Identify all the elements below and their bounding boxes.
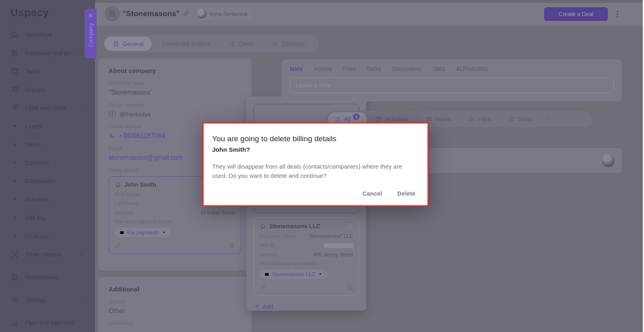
modal-title: You are going to delete billing details <box>212 134 416 143</box>
sidebar-item-contacts[interactable]: Contacts <box>0 154 95 172</box>
composer-tab-note[interactable]: Note <box>290 66 303 72</box>
timeline-avatar <box>602 154 615 167</box>
create-deal-button[interactable]: Create a Deal <box>544 7 608 21</box>
sidebar-item-call-log[interactable]: Call log <box>0 208 95 227</box>
sidebar-item-newsfeed[interactable]: Newsfeed <box>0 25 95 44</box>
note-input[interactable] <box>290 77 614 93</box>
card-icon <box>120 230 124 235</box>
phone-value[interactable]: +380961187064 <box>119 132 165 140</box>
sidebar-item-companies[interactable]: Companies <box>0 172 95 190</box>
tab-deals[interactable]: Deals <box>221 37 262 51</box>
filter-tasks[interactable]: Tasks <box>500 112 542 126</box>
deal-hand-icon <box>229 41 235 47</box>
sidebar-item-tasks[interactable]: Tasks <box>0 62 95 80</box>
close-icon[interactable]: ✕ <box>88 12 93 19</box>
modal-subject: John Smith? <box>212 146 416 153</box>
vat-id-redacted <box>324 243 353 248</box>
uspacy-logo[interactable]: Uspacy <box>0 0 95 19</box>
tab-general[interactable]: General <box>105 37 152 51</box>
users-icon <box>10 85 19 94</box>
comments-label: Comments <box>109 321 241 326</box>
facebook-icon[interactable]: f <box>109 111 116 118</box>
composer-tab-tasks[interactable]: Tasks <box>366 66 381 72</box>
sidebar-item-company-and-people[interactable]: Company and pe... <box>0 44 95 62</box>
bullet-icon <box>10 125 19 127</box>
sidebar-item-leads[interactable]: Leads <box>0 117 95 136</box>
building-icon <box>260 223 266 229</box>
calendar-icon <box>376 116 382 122</box>
billing-card-company: Stonemasons LLC Company Name"Stonemasons… <box>254 217 359 296</box>
trash-icon[interactable] <box>228 242 235 249</box>
composer-tabs: Note Activity Files Tasks Documents SMS … <box>290 66 614 72</box>
tab-connected-entities[interactable]: Connected entities: <box>153 37 219 51</box>
composer-tab-files[interactable]: Files <box>343 66 355 72</box>
social-networks-label: Social networks <box>109 102 241 108</box>
phone-icon <box>109 133 115 139</box>
chat-icon <box>426 116 432 122</box>
composer-tab-documents[interactable]: Documents <box>392 66 421 72</box>
more-menu-icon[interactable] <box>614 10 621 19</box>
sidebar-item-smart-objects[interactable]: Smart objects <box>0 245 95 264</box>
check-circle-icon <box>508 116 515 122</box>
company-side-tab[interactable]: ✕ Company <box>85 9 97 58</box>
chevron-right-icon <box>79 297 85 303</box>
uspacy-logo-text: Uspacy <box>10 6 49 19</box>
chevron-down-icon <box>318 272 322 276</box>
sidebar-item-crm-and-sales[interactable]: CRM and sales <box>0 99 95 117</box>
sidebar-item-deals[interactable]: Deals <box>0 135 95 154</box>
header-bar: "Stonemasons" Iryna Serbeniuk Create a D… <box>95 0 644 26</box>
owner-avatar <box>197 9 206 19</box>
social-handle[interactable]: @frankioiya <box>120 111 151 118</box>
pencil-icon[interactable] <box>260 284 266 291</box>
smart-objects-icon <box>10 250 19 258</box>
billing-person-name: John Smith <box>124 181 156 188</box>
org-icon <box>10 49 19 57</box>
building-icon <box>109 10 116 17</box>
composer-tab-sms[interactable]: SMS <box>432 66 445 72</box>
bullet-icon <box>10 198 19 200</box>
sidebar-item-settings[interactable]: Settings <box>0 291 95 309</box>
sidebar-item-groups[interactable]: Groups <box>0 80 95 99</box>
page-tabs: General Connected entities: Deals Contac… <box>103 35 319 52</box>
composer-tab-activity[interactable]: Activity <box>314 66 332 72</box>
sidebar-item-marketplace[interactable]: Marketplace <box>0 268 95 287</box>
owner-chip[interactable]: Iryna Serbeniuk <box>196 8 254 20</box>
chart-icon <box>10 318 19 327</box>
chevron-down-icon <box>79 105 85 111</box>
chevron-down-icon[interactable] <box>544 116 550 122</box>
note-composer-panel: Note Activity Files Tasks Documents SMS … <box>282 60 622 101</box>
calendar-icon <box>10 67 19 75</box>
payment-details-label: The main payment details <box>260 261 353 266</box>
composer-tab-alphasms[interactable]: ALPHASMS <box>456 66 488 72</box>
sidebar-item-activities[interactable]: Activities <box>0 190 95 209</box>
trash-icon[interactable] <box>346 284 353 291</box>
filter-files[interactable]: Files <box>460 112 500 126</box>
gear-icon <box>10 295 19 304</box>
pencil-icon[interactable] <box>115 242 122 249</box>
owner-name: Iryna Serbeniuk <box>210 11 248 17</box>
funnel-icon <box>10 103 19 112</box>
payment-details-label: The main payment details <box>115 219 235 225</box>
billing-company-name: Stonemasons LLC <box>269 223 320 229</box>
payment-chip[interactable]: Stonemasons LLC <box>260 270 327 279</box>
page-title: "Stonemasons" <box>122 9 180 18</box>
sidebar-item-products[interactable]: Products <box>0 227 95 245</box>
additional-heading: Additional <box>109 286 241 293</box>
bullet-icon <box>10 144 19 145</box>
sidebar-item-plan-and-payment[interactable]: Plan and payment <box>0 313 95 332</box>
delete-button[interactable]: Delete <box>397 190 415 197</box>
add-billing-button[interactable]: + Add <box>254 302 359 310</box>
chevron-right-icon <box>79 50 85 56</box>
tab-contacts[interactable]: Contacts <box>264 37 313 51</box>
source-value: Other <box>109 307 241 315</box>
delete-confirmation-modal: You are going to delete billing details … <box>202 122 429 206</box>
building-icon <box>115 181 121 188</box>
payment-chip[interactable]: For payments <box>115 228 171 237</box>
home-icon <box>10 30 19 39</box>
cancel-button[interactable]: Cancel <box>363 190 382 197</box>
link-icon[interactable] <box>183 10 190 17</box>
app-window: Uspacy Newsfeed Company and pe... Tasks … <box>0 0 644 332</box>
document-icon <box>113 41 119 47</box>
all-count-badge: 1 <box>353 113 359 120</box>
paperclip-icon <box>469 116 475 122</box>
